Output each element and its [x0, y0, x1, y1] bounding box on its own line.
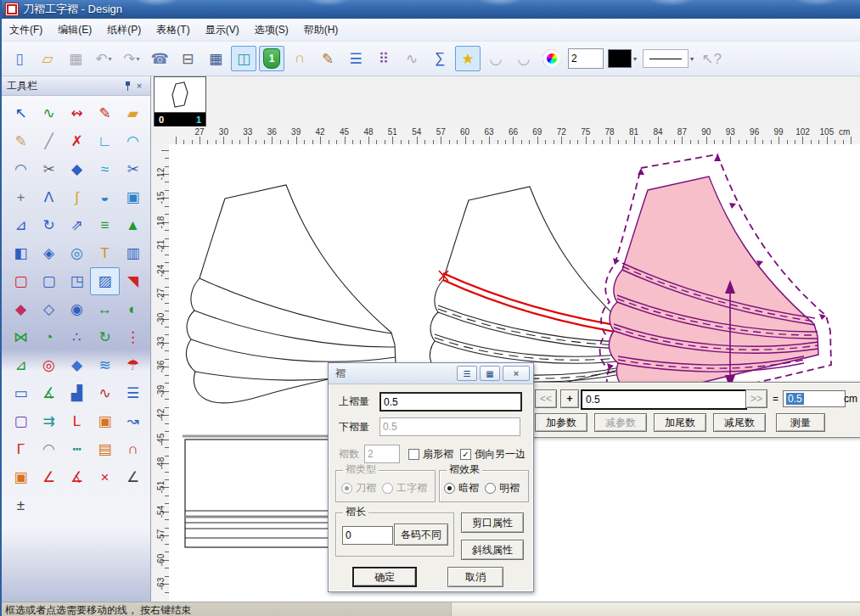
close-icon[interactable]: × — [503, 366, 530, 381]
pin-icon[interactable] — [121, 80, 133, 92]
rainbow-arc-icon[interactable]: ∩ — [118, 435, 148, 463]
line-segment-icon[interactable]: ╱ — [34, 127, 64, 155]
close-panel-icon[interactable]: × — [133, 80, 145, 92]
menu-item-options[interactable]: 选项(S) — [247, 20, 296, 41]
pocket-dashed-icon[interactable]: ▢ — [6, 267, 36, 295]
line-width-input[interactable] — [568, 48, 604, 69]
pattern-window-icon[interactable]: ◫ — [231, 46, 256, 71]
piece-preview[interactable]: 0 1 — [154, 76, 206, 126]
reverse-side-checkbox[interactable]: ✓ — [460, 449, 471, 460]
calc-measure-button[interactable]: 测量 — [776, 413, 825, 432]
mirror-icon[interactable]: ⊿ — [6, 211, 36, 239]
stitch-pen-icon[interactable]: ✎ — [6, 127, 36, 155]
line-style-select[interactable] — [643, 49, 689, 68]
corner-l-icon[interactable]: Γ — [6, 435, 36, 463]
expression-input[interactable] — [581, 389, 747, 410]
fill-piece-icon[interactable]: ◧ — [6, 239, 36, 267]
pieces-shift-icon[interactable]: ◆ — [62, 351, 92, 379]
intersect-point-icon[interactable]: + — [6, 183, 36, 211]
measure-star-icon[interactable]: ★ — [455, 46, 481, 71]
swatch-dropdown-icon[interactable]: ▾ — [632, 55, 638, 63]
double-arc-icon[interactable]: ≈ — [90, 155, 120, 183]
drape-wave-icon[interactable]: ≋ — [90, 351, 120, 379]
letter-mark-icon[interactable]: L — [62, 407, 92, 435]
select-icon[interactable]: ↖ — [6, 99, 36, 127]
pocket-stitch-icon[interactable]: ▢ — [34, 267, 64, 295]
angle-lines-icon[interactable]: ∠ — [118, 463, 148, 491]
rotate-copy-icon[interactable]: ↻ — [34, 211, 64, 239]
open-file-icon[interactable]: ▱ — [35, 46, 60, 71]
measure-points-icon[interactable]: ∡ — [34, 379, 64, 407]
color-points-icon[interactable]: ⠿ — [371, 46, 396, 71]
bright-pleat-radio[interactable] — [485, 483, 496, 494]
dark-pleat-radio[interactable] — [444, 483, 455, 494]
per-size-button[interactable]: 各码不同 — [394, 524, 448, 546]
seam-open-icon[interactable]: ◆ — [6, 295, 36, 323]
arc-adjust-icon[interactable]: ◠ — [6, 155, 36, 183]
menu-item-pattern[interactable]: 纸样(P) — [99, 20, 149, 41]
list-view-icon[interactable]: ☰ — [457, 366, 477, 381]
pencil-icon[interactable]: ✎ — [90, 99, 120, 127]
rotate-piece-icon[interactable]: ↻ — [90, 323, 120, 351]
curve-pair-icon[interactable]: ∿ — [90, 379, 120, 407]
segment-cut-icon[interactable]: ✂ — [118, 155, 148, 183]
line-type-icon[interactable]: ≡ — [90, 211, 120, 239]
corner-arc-icon[interactable]: ∟ — [90, 127, 120, 155]
dialog-title-bar[interactable]: 褶 ☰ ▦ × — [329, 363, 533, 384]
color-wheel-icon[interactable] — [539, 46, 565, 71]
fan-pleat-checkbox[interactable] — [408, 449, 419, 460]
pattern-piece-right[interactable] — [600, 154, 831, 407]
offset-lines-icon[interactable]: ⇉ — [34, 407, 64, 435]
menu-item-view[interactable]: 显示(V) — [198, 20, 247, 41]
pleat-length-input[interactable] — [342, 526, 393, 545]
dart-marks-icon[interactable]: ⋮ — [118, 323, 148, 351]
notch-properties-button[interactable]: 剪口属性 — [461, 512, 524, 533]
swing-arrow-icon[interactable]: ↝ — [118, 407, 148, 435]
compare-pieces-icon[interactable]: ⊿ — [6, 351, 36, 379]
copy-nest-icon[interactable]: ▣ — [90, 407, 120, 435]
linestyle-dropdown-icon[interactable]: ▾ — [689, 55, 695, 63]
plus-minus-line-icon[interactable]: ± — [6, 491, 36, 519]
spiral-icon[interactable]: ◎ — [62, 239, 92, 267]
stack-layers-icon[interactable]: ☰ — [118, 379, 148, 407]
eraser-icon[interactable]: ▰ — [118, 99, 148, 127]
menu-item-edit[interactable]: 编辑(E) — [50, 20, 99, 41]
button-tool-icon[interactable]: ◉ — [62, 295, 92, 323]
merge-layers-icon[interactable]: ☰ — [343, 46, 368, 71]
menu-item-table[interactable]: 表格(T) — [149, 20, 197, 41]
line-slash-icon[interactable]: × — [90, 463, 120, 491]
point-chain-icon[interactable]: ┅ — [62, 435, 92, 463]
ok-button[interactable]: 确定 — [352, 567, 417, 587]
slash-properties-button[interactable]: 斜线属性 — [461, 540, 524, 560]
outline-curve-icon[interactable]: ◠ — [34, 435, 64, 463]
prev-value-button[interactable]: << — [535, 389, 557, 408]
protractor-icon[interactable]: ◒ — [90, 183, 120, 211]
grade-fill-icon[interactable]: ▲ — [118, 211, 148, 239]
text-icon[interactable]: T — [90, 239, 120, 267]
new-document-icon[interactable]: ▯ — [7, 46, 32, 71]
notch-tool-icon[interactable]: ✗ — [62, 127, 92, 155]
shape-pull-icon[interactable]: ◥ — [118, 267, 148, 295]
piece-terrain-icon[interactable]: ◐ — [118, 295, 148, 323]
seam-allowance-icon[interactable]: ∫ — [62, 183, 92, 211]
join-pieces-icon[interactable]: ⋈ — [6, 323, 36, 351]
piece-curve-icon[interactable]: ◳ — [62, 267, 92, 295]
next-value-button[interactable]: >> — [745, 389, 767, 408]
result-field[interactable]: 0.5 — [783, 390, 846, 407]
pleat-icon[interactable]: ▨ — [90, 267, 120, 295]
piece-view-icon[interactable]: 1 — [259, 46, 284, 71]
patch-piece-icon[interactable]: ◆ — [62, 155, 92, 183]
calculator-icon[interactable]: ▦ — [480, 366, 500, 381]
pleat-lines-icon[interactable]: ▥ — [118, 239, 148, 267]
flip-piece-icon[interactable]: ◇ — [34, 295, 64, 323]
scissors-icon[interactable]: ✂ — [34, 155, 64, 183]
nest-pieces-icon[interactable]: ▤ — [90, 435, 120, 463]
calc-add-param-button[interactable]: 加参数 — [535, 413, 587, 432]
line-color-swatch[interactable] — [608, 49, 632, 68]
frame-rect-icon[interactable]: ▭ — [6, 379, 36, 407]
arc-icon[interactable]: ◠ — [118, 127, 148, 155]
brush-icon[interactable]: ✎ — [315, 46, 340, 71]
menu-item-help[interactable]: 帮助(H) — [296, 20, 346, 41]
corner-measure-icon[interactable]: ∡ — [62, 463, 92, 491]
curve-arrow-icon[interactable]: ↭ — [62, 99, 92, 127]
